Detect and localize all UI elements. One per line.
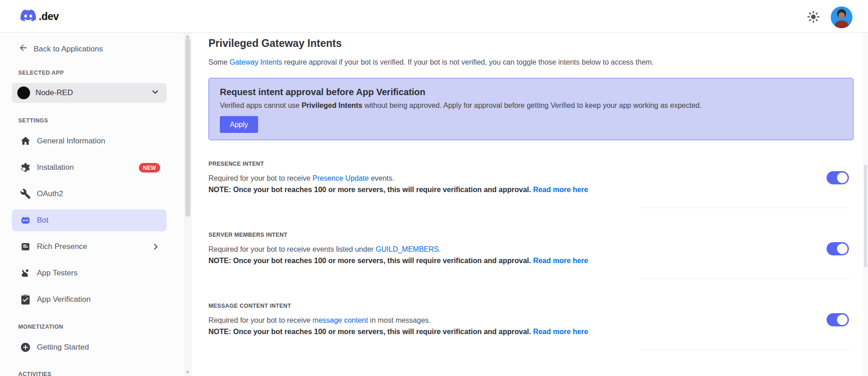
sidebar-item-rich-presence[interactable]: Rich Presence <box>12 236 167 258</box>
banner-body-post: without being approved. Apply for approv… <box>362 102 701 109</box>
sidebar-item-label: Installation <box>37 163 74 172</box>
intent-note: NOTE: Once your bot reaches 100 or more … <box>208 184 853 195</box>
theme-toggle-sun-icon[interactable] <box>807 10 820 24</box>
read-more-link[interactable]: Read more here <box>533 186 588 193</box>
intent-description: Required for your bot to receive events … <box>208 244 853 255</box>
intent-note: NOTE: Once your bot reaches 100 or more … <box>208 326 853 337</box>
app-selector[interactable]: Node-RED <box>12 83 167 103</box>
sidebar: Back to Applications SELECTED APP Node-R… <box>0 33 184 376</box>
intro-pre: Some <box>208 58 229 66</box>
back-to-applications-link[interactable]: Back to Applications <box>18 43 184 55</box>
sidebar-item-label: Bot <box>37 216 49 225</box>
message-content-link[interactable]: message content <box>313 316 368 324</box>
banner-title: Request intent approval before App Verif… <box>220 87 842 97</box>
sidebar-item-getting-started[interactable]: Getting Started <box>12 336 167 358</box>
discord-dev-logo[interactable]: .dev <box>18 8 59 25</box>
selected-app-section-label: SELECTED APP <box>18 70 184 76</box>
arrow-left-icon <box>18 43 28 55</box>
server-members-intent-toggle[interactable] <box>827 242 849 255</box>
divider <box>640 208 849 208</box>
desc-pre: Required for your bot to receive events … <box>208 245 376 253</box>
sidebar-item-installation[interactable]: Installation NEW <box>12 157 167 178</box>
divider <box>640 350 849 350</box>
sidebar-scrollbar-thumb[interactable] <box>185 38 190 217</box>
server-members-intent-section: SERVER MEMBERS INTENT Required for your … <box>208 232 853 266</box>
note-text: NOTE: Once your bot reaches 100 or more … <box>208 328 531 335</box>
intents-list: PRESENCE INTENT Required for your bot to… <box>208 161 853 337</box>
sidebar-item-label: App Testers <box>37 269 77 278</box>
gateway-intents-link[interactable]: Gateway Intents <box>229 58 282 66</box>
desc-post: in most messages. <box>368 316 431 324</box>
sidebar-item-label: General Information <box>37 137 105 146</box>
scroll-down-arrow-icon[interactable] <box>186 371 189 374</box>
read-more-link[interactable]: Read more here <box>533 328 588 335</box>
message-content-intent-toggle[interactable] <box>827 313 849 326</box>
presence-update-link[interactable]: Presence Update <box>313 174 369 182</box>
chevron-right-icon <box>151 242 160 251</box>
desc-post: events. <box>369 174 394 182</box>
home-icon <box>20 136 31 147</box>
sidebar-nav-monetization: Getting Started <box>0 336 184 358</box>
person-raised-hand-icon <box>20 268 31 279</box>
gear-icon <box>20 162 31 173</box>
user-avatar[interactable] <box>831 6 853 28</box>
back-link-label: Back to Applications <box>34 45 103 54</box>
divider <box>640 279 849 279</box>
discord-mark-icon <box>18 8 38 25</box>
settings-section-label: SETTINGS <box>18 117 184 124</box>
scroll-up-arrow-icon[interactable] <box>186 35 189 38</box>
intro-post: require approval if your bot is verified… <box>282 58 654 66</box>
apply-button[interactable]: Apply <box>220 116 258 133</box>
guild-members-link[interactable]: GUILD_MEMBERS <box>376 245 439 253</box>
intent-description: Required for your bot to receive Presenc… <box>208 173 853 184</box>
sidebar-item-general-information[interactable]: General Information <box>12 130 167 152</box>
plus-circle-icon <box>20 342 31 353</box>
card-list-icon <box>20 241 31 252</box>
logo-dev-text: .dev <box>39 10 59 23</box>
sidebar-item-bot[interactable]: Bot <box>12 209 167 231</box>
toggle-knob <box>837 315 848 325</box>
main-content: Privileged Gateway Intents Some Gateway … <box>192 33 863 376</box>
page-scrollbar[interactable] <box>863 33 868 376</box>
intro-paragraph: Some Gateway Intents require approval if… <box>208 56 853 68</box>
intent-label: PRESENCE INTENT <box>208 161 853 167</box>
banner-body-bold: Privileged Intents <box>302 102 362 109</box>
app-avatar <box>17 86 30 99</box>
chevron-down-icon <box>150 87 160 99</box>
presence-intent-toggle[interactable] <box>827 171 849 184</box>
page-title: Privileged Gateway Intents <box>208 37 853 50</box>
intent-label: MESSAGE CONTENT INTENT <box>208 303 853 309</box>
sidebar-nav: General Information Installation NEW OAu… <box>0 130 184 310</box>
sidebar-item-label: Rich Presence <box>37 242 87 251</box>
intent-label: SERVER MEMBERS INTENT <box>208 232 853 238</box>
intent-description: Required for your bot to receive message… <box>208 315 853 326</box>
banner-body: Verified apps cannot use Privileged Inte… <box>220 100 842 111</box>
desc-post: . <box>439 245 441 253</box>
clipboard-check-icon <box>20 294 31 305</box>
sidebar-item-label: Getting Started <box>37 343 89 352</box>
top-header: .dev <box>0 0 868 33</box>
bot-icon <box>20 215 31 226</box>
desc-pre: Required for your bot to receive <box>208 316 313 324</box>
intent-approval-banner: Request intent approval before App Verif… <box>208 78 853 140</box>
page-scrollbar-thumb[interactable] <box>864 165 867 267</box>
sidebar-item-oauth2[interactable]: OAuth2 <box>12 183 167 205</box>
new-badge: NEW <box>139 163 160 173</box>
message-content-intent-section: MESSAGE CONTENT INTENT Required for your… <box>208 303 853 337</box>
sidebar-item-label: OAuth2 <box>37 189 63 198</box>
note-text: NOTE: Once your bot reaches 100 or more … <box>208 186 531 193</box>
intent-note: NOTE: Once your bot reaches 100 or more … <box>208 255 853 266</box>
sidebar-item-app-verification[interactable]: App Verification <box>12 289 167 310</box>
sidebar-item-label: App Verification <box>37 295 91 304</box>
read-more-link[interactable]: Read more here <box>533 257 588 264</box>
sidebar-item-app-testers[interactable]: App Testers <box>12 262 167 284</box>
wrench-icon <box>20 188 31 199</box>
monetization-section-label: MONETIZATION <box>18 324 184 330</box>
banner-body-pre: Verified apps cannot use <box>220 102 302 109</box>
desc-pre: Required for your bot to receive <box>208 174 313 182</box>
toggle-knob <box>837 244 848 254</box>
toggle-knob <box>837 173 848 183</box>
note-text: NOTE: Once your bot reaches 100 or more … <box>208 257 531 264</box>
selected-app-name: Node-RED <box>36 88 150 97</box>
sidebar-scrollbar[interactable] <box>184 33 192 376</box>
